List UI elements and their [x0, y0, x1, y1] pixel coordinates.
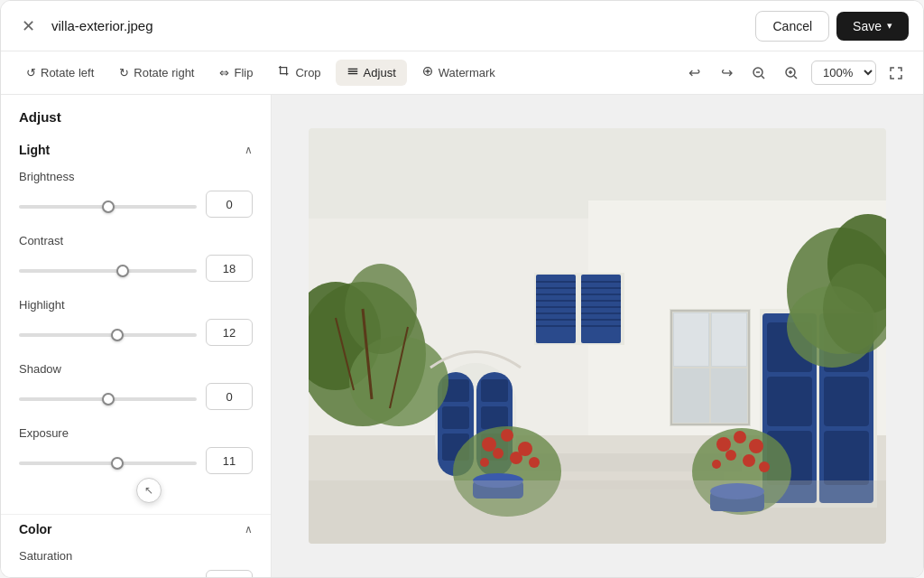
svg-rect-44 — [712, 313, 746, 366]
app-window: ✕ villa-exterior.jpeg Cancel Save ▾ ↺ Ro… — [0, 0, 924, 578]
svg-point-93 — [759, 461, 770, 472]
svg-rect-36 — [824, 431, 869, 485]
light-section-title: Light — [19, 143, 50, 157]
contrast-input[interactable] — [206, 255, 253, 282]
svg-point-88 — [734, 431, 746, 443]
shadow-control — [19, 383, 253, 410]
redo-button[interactable]: ↪ — [714, 61, 739, 86]
file-title: villa-exterior.jpeg — [51, 18, 153, 33]
highlight-row: Highlight — [1, 294, 271, 359]
color-chevron-icon: ∧ — [245, 523, 253, 536]
svg-point-75 — [493, 448, 504, 459]
svg-rect-41 — [673, 368, 709, 423]
watermark-icon — [421, 65, 434, 80]
saturation-control — [19, 570, 253, 577]
svg-rect-35 — [824, 377, 869, 426]
shadow-input[interactable] — [206, 383, 253, 410]
light-chevron-icon: ∧ — [245, 144, 253, 156]
color-section-header[interactable]: Color ∧ — [1, 518, 271, 545]
rotate-right-label: Rotate right — [134, 66, 194, 79]
svg-rect-99 — [309, 480, 886, 544]
crop-icon — [278, 65, 291, 80]
toolbar-right: ↩ ↪ 100% 75% 50% — [681, 61, 909, 86]
toolbar-rotate-right[interactable]: ↻ Rotate right — [108, 61, 205, 85]
rotate-right-icon: ↻ — [119, 66, 129, 79]
brightness-label: Brightness — [19, 170, 253, 183]
save-chevron: ▾ — [887, 20, 892, 32]
svg-point-92 — [712, 460, 721, 469]
zoom-out-button[interactable] — [746, 61, 772, 86]
zoom-select[interactable]: 100% 75% 50% 125% 150% — [811, 61, 876, 85]
toolbar-rotate-left[interactable]: ↺ Rotate left — [15, 61, 105, 85]
zoom-in-button[interactable] — [779, 61, 804, 86]
svg-rect-23 — [442, 406, 469, 429]
svg-point-72 — [482, 437, 496, 452]
svg-point-89 — [749, 439, 763, 453]
svg-rect-42 — [711, 368, 747, 423]
svg-rect-26 — [481, 406, 508, 429]
toolbar-adjust[interactable]: Adjust — [336, 60, 407, 86]
villa-image — [309, 128, 886, 544]
svg-point-66 — [349, 336, 448, 426]
highlight-control — [19, 319, 253, 346]
contrast-label: Contrast — [19, 234, 253, 247]
main-layout: Adjust Light ∧ Brightness Contrast — [1, 95, 923, 577]
adjust-label: Adjust — [364, 66, 396, 79]
brightness-row: Brightness — [1, 166, 271, 230]
contrast-slider[interactable] — [19, 269, 197, 273]
saturation-row: Saturation — [1, 545, 271, 577]
exposure-row: Exposure ↖ — [1, 423, 271, 510]
brightness-input[interactable] — [206, 191, 253, 218]
light-section-header[interactable]: Light ∧ — [1, 139, 271, 166]
toolbar-crop[interactable]: Crop — [267, 60, 331, 86]
highlight-slider[interactable] — [19, 333, 197, 337]
color-section-title: Color — [19, 522, 52, 536]
section-divider — [1, 514, 271, 515]
save-button[interactable]: Save ▾ — [836, 12, 909, 41]
watermark-label: Watermark — [439, 66, 495, 79]
svg-point-76 — [510, 452, 522, 464]
svg-rect-43 — [674, 313, 708, 366]
svg-point-78 — [529, 457, 540, 468]
shadow-slider[interactable] — [19, 397, 197, 401]
cursor-indicator: ↖ — [136, 478, 162, 503]
svg-point-90 — [725, 450, 736, 461]
cancel-button[interactable]: Cancel — [755, 11, 829, 42]
title-bar: ✕ villa-exterior.jpeg Cancel Save ▾ — [1, 1, 923, 51]
exposure-control — [19, 447, 253, 474]
shadow-row: Shadow — [1, 359, 271, 423]
title-bar-right: Cancel Save ▾ — [755, 11, 909, 42]
toolbar: ↺ Rotate left ↻ Rotate right ⇔ Flip Crop — [1, 51, 923, 95]
svg-line-6 — [762, 76, 764, 79]
save-label: Save — [853, 19, 882, 33]
sidebar-title: Adjust — [1, 109, 271, 139]
saturation-input[interactable] — [206, 570, 253, 577]
exposure-label: Exposure — [19, 426, 253, 440]
adjust-icon — [346, 65, 359, 80]
brightness-slider[interactable] — [19, 205, 197, 209]
toolbar-left: ↺ Rotate left ↻ Rotate right ⇔ Flip Crop — [15, 60, 506, 86]
image-container — [309, 128, 886, 544]
close-button[interactable]: ✕ — [15, 14, 41, 39]
svg-rect-46 — [536, 275, 576, 343]
contrast-control — [19, 255, 253, 282]
title-bar-left: ✕ villa-exterior.jpeg — [15, 14, 153, 39]
flip-label: Flip — [234, 66, 253, 79]
rotate-left-icon: ↺ — [26, 66, 36, 79]
brightness-control — [19, 191, 253, 218]
highlight-label: Highlight — [19, 298, 253, 312]
toolbar-flip[interactable]: ⇔ Flip — [208, 61, 263, 85]
fullscreen-button[interactable] — [883, 61, 909, 86]
exposure-input[interactable] — [206, 447, 253, 474]
image-area — [272, 95, 923, 577]
shadow-label: Shadow — [19, 362, 253, 376]
contrast-row: Contrast — [1, 230, 271, 294]
toolbar-watermark[interactable]: Watermark — [411, 60, 506, 86]
exposure-slider[interactable] — [19, 461, 197, 465]
highlight-input[interactable] — [206, 319, 253, 346]
svg-rect-25 — [481, 379, 508, 402]
saturation-label: Saturation — [19, 549, 253, 563]
rotate-left-label: Rotate left — [41, 66, 94, 79]
undo-button[interactable]: ↩ — [681, 61, 707, 86]
svg-rect-47 — [581, 275, 621, 343]
